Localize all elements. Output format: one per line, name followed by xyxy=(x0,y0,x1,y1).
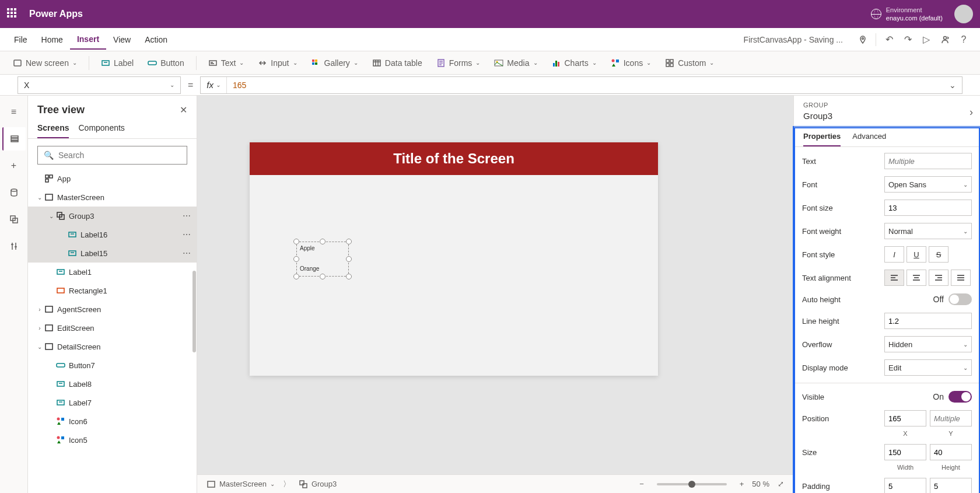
visible-toggle[interactable] xyxy=(949,391,972,403)
menu-action[interactable]: Action xyxy=(138,30,174,49)
icons-button[interactable]: Icons⌄ xyxy=(605,55,657,71)
tab-advanced[interactable]: Advanced xyxy=(852,132,886,146)
prop-font-select[interactable]: Open Sans⌄ xyxy=(884,176,972,193)
play-icon[interactable]: ▷ xyxy=(917,30,936,49)
align-center-button[interactable] xyxy=(907,270,926,286)
document-title: FirstCanvasApp - Saving ... xyxy=(744,35,843,44)
align-right-button[interactable] xyxy=(929,270,949,286)
padding-2-input[interactable] xyxy=(930,478,972,493)
breadcrumb-group[interactable]: Group3 xyxy=(299,480,337,489)
redo-icon[interactable]: ↷ xyxy=(898,30,917,49)
size-width-input[interactable] xyxy=(884,444,926,460)
resize-handle[interactable] xyxy=(320,274,326,279)
tree-node-icon6[interactable]: Icon6 xyxy=(28,412,197,431)
prop-overflow-select[interactable]: Hidden⌄ xyxy=(884,336,972,352)
tree-node-label1[interactable]: Label1 xyxy=(28,263,197,281)
new-screen-button[interactable]: New screen⌄ xyxy=(7,55,83,71)
user-avatar[interactable] xyxy=(954,5,973,23)
size-height-input[interactable] xyxy=(930,444,972,460)
expand-formula-icon[interactable]: ⌄ xyxy=(943,81,962,90)
property-selector[interactable]: X⌄ xyxy=(18,76,181,94)
tree-node-label7[interactable]: Label7 xyxy=(28,393,197,412)
strikethrough-button[interactable]: S xyxy=(929,246,949,263)
undo-icon[interactable]: ↶ xyxy=(880,30,898,49)
tree-node-group3[interactable]: ⌄Group3⋯ xyxy=(28,207,197,225)
align-left-button[interactable] xyxy=(884,270,904,286)
button-button[interactable]: Button xyxy=(142,55,190,71)
italic-button[interactable]: I xyxy=(884,246,904,263)
media-button[interactable]: Media⌄ xyxy=(488,55,543,71)
resize-handle[interactable] xyxy=(293,239,299,244)
position-x-input[interactable] xyxy=(884,410,926,426)
tab-components[interactable]: Components xyxy=(78,123,124,138)
custom-button[interactable]: Custom⌄ xyxy=(659,55,720,71)
gallery-button[interactable]: Gallery⌄ xyxy=(306,55,364,71)
resize-handle[interactable] xyxy=(346,256,352,262)
expand-panel-icon[interactable]: › xyxy=(970,106,973,118)
prop-fontweight-select[interactable]: Normal⌄ xyxy=(884,223,972,239)
breadcrumb-screen[interactable]: MasterScreen⌄ xyxy=(206,480,275,489)
zoom-slider[interactable] xyxy=(657,483,727,485)
prop-lineheight-input[interactable] xyxy=(884,313,972,329)
label-button[interactable]: Label xyxy=(95,55,139,71)
autoheight-toggle[interactable] xyxy=(949,293,972,305)
tree-node-label15[interactable]: Label15⋯ xyxy=(28,244,197,263)
resize-handle[interactable] xyxy=(320,239,326,244)
app-checker-icon[interactable] xyxy=(853,30,872,49)
padding-1-input[interactable] xyxy=(884,478,926,493)
svg-rect-39 xyxy=(46,306,52,312)
formula-value[interactable]: 165 xyxy=(227,81,943,90)
tree-search-input[interactable] xyxy=(58,151,181,160)
menu-view[interactable]: View xyxy=(106,30,138,49)
app-launcher-icon[interactable] xyxy=(7,8,19,20)
help-icon[interactable]: ? xyxy=(954,30,973,49)
rail-tree-view-icon[interactable] xyxy=(2,127,26,151)
rail-insert-icon[interactable]: + xyxy=(2,154,26,177)
forms-button[interactable]: Forms⌄ xyxy=(430,55,487,71)
environment-picker[interactable]: Environment enayu.com (default) xyxy=(871,6,943,22)
text-button[interactable]: Text⌄ xyxy=(202,55,250,71)
menu-insert[interactable]: Insert xyxy=(70,30,106,50)
close-tree-icon[interactable]: ✕ xyxy=(180,104,187,116)
data-table-button[interactable]: Data table xyxy=(366,55,428,71)
tree-scrollbar[interactable] xyxy=(192,271,196,352)
tree-node-masterscreen[interactable]: ⌄MasterScreen xyxy=(28,188,197,207)
tree-node-detailscreen[interactable]: ⌄DetailScreen xyxy=(28,337,197,356)
resize-handle[interactable] xyxy=(346,239,352,244)
tab-screens[interactable]: Screens xyxy=(37,123,69,138)
rail-media-icon[interactable] xyxy=(2,208,26,231)
tree-node-button7[interactable]: Button7 xyxy=(28,356,197,375)
underline-button[interactable]: U xyxy=(907,246,926,263)
zoom-in-icon[interactable]: + xyxy=(740,480,744,488)
resize-handle[interactable] xyxy=(293,274,299,279)
zoom-out-icon[interactable]: − xyxy=(639,480,644,488)
fit-screen-icon[interactable]: ⤢ xyxy=(778,480,784,488)
fx-icon[interactable]: fx ⌄ xyxy=(201,77,227,93)
selection-group[interactable]: Apple Orange xyxy=(296,242,349,277)
align-justify-button[interactable] xyxy=(951,270,971,286)
rail-tools-icon[interactable] xyxy=(2,235,26,258)
charts-button[interactable]: Charts⌄ xyxy=(546,55,603,71)
prop-text-input[interactable] xyxy=(884,153,972,169)
input-button[interactable]: Input⌄ xyxy=(252,55,303,71)
tree-node-agentscreen[interactable]: ›AgentScreen xyxy=(28,300,197,319)
rail-data-icon[interactable] xyxy=(2,181,26,204)
tree-node-rectangle1[interactable]: Rectangle1 xyxy=(28,281,197,300)
position-y-input[interactable] xyxy=(930,410,972,426)
menu-file[interactable]: File xyxy=(7,30,34,49)
tree-node-app[interactable]: App xyxy=(28,169,197,188)
tree-search[interactable]: 🔍 xyxy=(37,146,187,165)
tree-node-label16[interactable]: Label16⋯ xyxy=(28,225,197,244)
tab-properties[interactable]: Properties xyxy=(803,132,841,146)
resize-handle[interactable] xyxy=(293,256,299,262)
rail-hamburger-icon[interactable]: ≡ xyxy=(2,100,26,124)
tree-node-icon5[interactable]: Icon5 xyxy=(28,431,197,449)
canvas-viewport[interactable]: Title of the Screen Apple Orange 👆 Font xyxy=(197,96,793,474)
prop-fontsize-input[interactable] xyxy=(884,200,972,216)
share-icon[interactable] xyxy=(936,30,954,49)
tree-node-label8[interactable]: Label8 xyxy=(28,375,197,393)
menu-home[interactable]: Home xyxy=(34,30,70,49)
prop-displaymode-select[interactable]: Edit⌄ xyxy=(884,359,972,376)
resize-handle[interactable] xyxy=(346,274,352,279)
tree-node-editscreen[interactable]: ›EditScreen xyxy=(28,319,197,337)
